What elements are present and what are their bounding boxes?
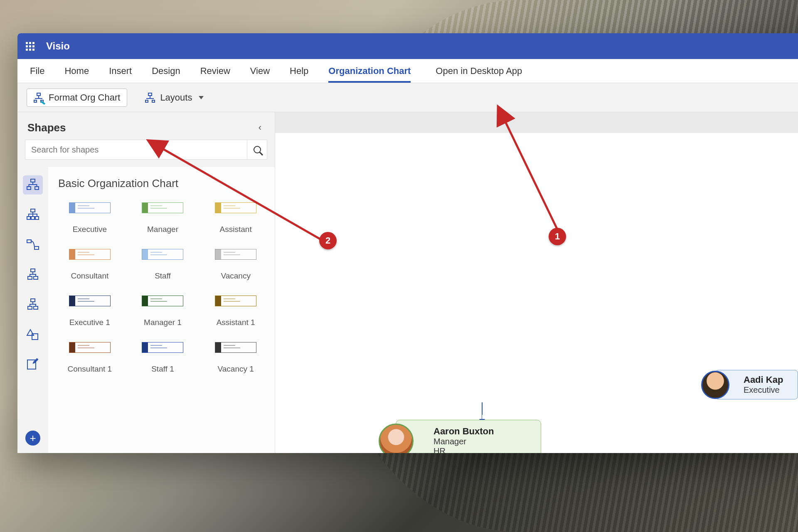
stencil-tab-shapes-basic[interactable]	[23, 325, 43, 344]
shape-vacancy-1[interactable]: Vacancy 1	[204, 342, 267, 385]
shape-label: Staff	[155, 271, 171, 281]
node-name: Aaron Buxton	[433, 426, 532, 437]
canvas-area: Aadi Kap Executive Aaron Buxton Manager …	[275, 112, 798, 453]
shape-label: Manager	[147, 225, 178, 234]
shape-assistant-1[interactable]: Assistant 1	[204, 296, 267, 339]
open-in-desktop-app-link[interactable]: Open in Desktop App	[436, 66, 522, 76]
app-body: Shapes ‹	[17, 112, 798, 453]
shape-thumb-icon	[215, 296, 256, 306]
search-shapes-input[interactable]	[25, 140, 247, 160]
avatar	[379, 424, 414, 453]
tab-home[interactable]: Home	[64, 59, 89, 83]
search-button[interactable]	[247, 140, 267, 160]
plus-icon: +	[30, 432, 36, 445]
add-stencil-button[interactable]: +	[25, 431, 40, 446]
shape-executive[interactable]: Executive	[58, 202, 121, 246]
svg-rect-0	[31, 179, 35, 182]
tab-review[interactable]: Review	[200, 59, 230, 83]
shape-thumb-icon	[69, 342, 111, 353]
stencil-edit-icon	[26, 358, 39, 371]
shapes-panel: Shapes ‹	[17, 112, 275, 453]
shape-thumb-icon	[215, 342, 256, 353]
layouts-dropdown[interactable]: Layouts	[138, 89, 211, 107]
stencil-tab-org-basic[interactable]	[23, 175, 43, 195]
visio-app-window: Visio File Home Insert Design Review Vie…	[17, 33, 798, 453]
shape-staff-1[interactable]: Staff 1	[131, 342, 195, 385]
svg-rect-3	[31, 209, 35, 212]
tab-insert[interactable]: Insert	[109, 59, 132, 83]
format-org-chart-label: Format Org Chart	[49, 92, 120, 103]
shape-thumb-icon	[69, 249, 111, 260]
stencil-list: Basic Organization Chart ExecutiveManage…	[48, 167, 275, 453]
shape-label: Manager 1	[144, 318, 182, 327]
shape-executive-1[interactable]: Executive 1	[58, 296, 121, 339]
shape-label: Vacancy 1	[218, 365, 254, 374]
svg-rect-8	[34, 246, 39, 249]
stencil-tab-org-alt4[interactable]	[23, 295, 43, 314]
app-launcher-icon[interactable]	[26, 42, 34, 51]
canvas-ruler-strip	[275, 112, 798, 133]
shape-thumb-icon	[142, 296, 183, 306]
shape-label: Executive	[73, 225, 107, 234]
shape-manager-1[interactable]: Manager 1	[131, 296, 195, 339]
shape-label: Consultant	[71, 271, 108, 281]
shape-thumb-icon	[215, 249, 256, 260]
search-icon	[254, 146, 261, 153]
shape-label: Assistant 1	[217, 318, 255, 327]
org-chart-format-icon	[34, 93, 44, 103]
stencil-tab-org-alt1[interactable]	[23, 205, 43, 224]
node-department: HR	[433, 446, 532, 453]
shape-consultant-1[interactable]: Consultant 1	[58, 342, 121, 385]
svg-rect-13	[28, 306, 32, 309]
svg-rect-9	[31, 269, 35, 272]
svg-rect-4	[27, 217, 30, 219]
layouts-label: Layouts	[160, 92, 192, 103]
org-connector-line	[482, 402, 798, 415]
annotation-badge-2: 2	[319, 232, 337, 249]
svg-rect-12	[31, 299, 35, 302]
node-name: Aadi Kap	[744, 374, 783, 385]
stencil-tab-org-alt3[interactable]	[23, 265, 43, 284]
shape-thumb-icon	[69, 202, 111, 213]
tab-view[interactable]: View	[250, 59, 270, 83]
tab-help[interactable]: Help	[290, 59, 308, 83]
format-org-chart-button[interactable]: Format Org Chart	[27, 89, 127, 107]
node-role: Manager	[433, 437, 532, 446]
tab-design[interactable]: Design	[152, 59, 180, 83]
stencil-tab-org-alt2[interactable]	[23, 235, 43, 254]
svg-rect-1	[27, 187, 31, 190]
shape-manager[interactable]: Manager	[131, 202, 195, 246]
svg-rect-14	[34, 306, 38, 309]
chevron-down-icon	[199, 96, 204, 99]
shape-thumb-icon	[69, 296, 111, 306]
shapes-search-row	[17, 140, 275, 167]
tab-organization-chart[interactable]: Organization Chart	[328, 59, 411, 83]
shapes-panel-header: Shapes ‹	[17, 112, 275, 140]
shape-staff[interactable]: Staff	[131, 249, 195, 292]
ribbon-toolbar: Format Org Chart Layouts	[17, 83, 798, 112]
shape-consultant[interactable]: Consultant	[58, 249, 121, 292]
shape-vacancy[interactable]: Vacancy	[204, 249, 267, 292]
shape-thumb-icon	[142, 249, 183, 260]
shape-label: Staff 1	[151, 365, 174, 374]
org-node-manager[interactable]: Aaron Buxton Manager HR	[396, 420, 541, 453]
shapes-panel-body: + Basic Organization Chart ExecutiveMana…	[17, 167, 275, 453]
shape-label: Assistant	[220, 225, 252, 234]
app-name: Visio	[46, 40, 70, 52]
shape-label: Executive 1	[69, 318, 110, 327]
stencil-category-tabs: +	[17, 167, 48, 453]
svg-rect-10	[28, 276, 32, 279]
org-chart-icon	[26, 208, 39, 222]
annotation-badge-1: 1	[549, 228, 566, 245]
tab-file[interactable]: File	[30, 59, 44, 83]
org-chart-icon	[26, 268, 39, 281]
org-node-executive[interactable]: Aadi Kap Executive	[715, 370, 798, 399]
shapes-panel-title: Shapes	[27, 121, 66, 134]
collapse-panel-button[interactable]: ‹	[255, 121, 265, 135]
drawing-canvas[interactable]: Aadi Kap Executive Aaron Buxton Manager …	[275, 133, 798, 453]
shape-assistant[interactable]: Assistant	[204, 202, 267, 246]
stencil-tab-custom[interactable]	[23, 355, 43, 374]
svg-rect-6	[35, 217, 39, 219]
layouts-icon	[145, 93, 155, 103]
svg-rect-5	[31, 217, 34, 219]
